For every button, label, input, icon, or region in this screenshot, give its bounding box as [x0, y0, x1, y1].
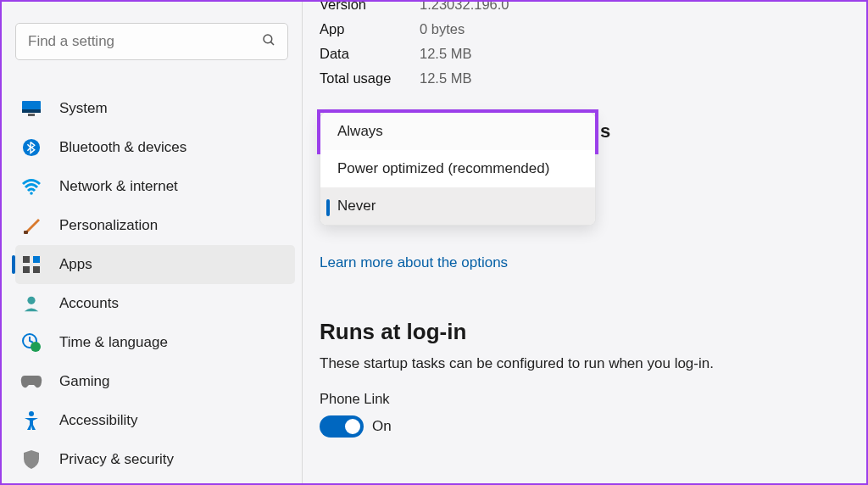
sidebar-item-network[interactable]: Network & internet [15, 167, 295, 206]
paintbrush-icon [20, 215, 42, 237]
search-input[interactable] [15, 23, 288, 60]
storage-val: 1.23032.196.0 [420, 2, 509, 13]
sidebar-item-label: Personalization [59, 217, 158, 234]
storage-val: 12.5 MB [420, 70, 471, 86]
svg-rect-11 [33, 266, 40, 273]
sidebar-item-label: Gaming [59, 373, 110, 390]
startup-task-toggle[interactable] [320, 415, 364, 438]
sidebar-item-bluetooth[interactable]: Bluetooth & devices [15, 128, 295, 167]
svg-point-6 [30, 192, 33, 195]
sidebar-item-label: Network & internet [59, 178, 178, 195]
sidebar-item-label: Time & language [59, 334, 168, 351]
sidebar-item-label: System [59, 100, 108, 117]
svg-rect-10 [23, 266, 30, 273]
sidebar-item-time-language[interactable]: Time & language [15, 323, 295, 362]
svg-point-12 [27, 297, 35, 304]
storage-key: Total usage [320, 70, 420, 86]
svg-rect-4 [28, 114, 35, 116]
dropdown-option-never[interactable]: Never [320, 187, 595, 225]
search-icon [261, 32, 276, 51]
obscured-heading-fragment: s [600, 120, 610, 142]
svg-rect-3 [22, 109, 41, 113]
sidebar-item-accessibility[interactable]: Accessibility [15, 401, 295, 440]
learn-more-link[interactable]: Learn more about the options [320, 254, 508, 271]
sidebar-item-label: Bluetooth & devices [59, 139, 186, 156]
person-icon [20, 293, 42, 315]
sidebar-item-label: Privacy & security [59, 451, 174, 468]
background-permission-dropdown: s Always Power optimized (recommended) N… [320, 112, 849, 226]
svg-rect-9 [33, 256, 40, 263]
svg-rect-8 [23, 256, 30, 263]
sidebar-item-apps[interactable]: Apps [15, 245, 295, 284]
storage-key: App [320, 21, 420, 37]
apps-icon [20, 254, 42, 276]
storage-val: 12.5 MB [420, 46, 471, 62]
svg-line-1 [270, 42, 274, 45]
dropdown-option-always[interactable]: Always [320, 113, 595, 150]
dropdown-option-power-optimized[interactable]: Power optimized (recommended) [320, 150, 595, 187]
nav-list: System Bluetooth & devices Network & int… [15, 89, 295, 479]
main-content: Version1.23032.196.0 App0 bytes Data12.5… [303, 2, 866, 483]
sidebar-item-accounts[interactable]: Accounts [15, 284, 295, 323]
storage-val: 0 bytes [420, 21, 465, 37]
storage-key: Version [320, 2, 420, 13]
toggle-state-text: On [372, 418, 392, 435]
svg-point-15 [29, 411, 34, 416]
system-icon [20, 98, 42, 120]
wifi-icon [20, 176, 42, 198]
sidebar-item-system[interactable]: System [15, 89, 295, 128]
search-box[interactable] [15, 23, 288, 60]
svg-rect-7 [24, 231, 28, 234]
svg-point-0 [264, 35, 272, 43]
sidebar-item-label: Apps [59, 256, 92, 273]
storage-key: Data [320, 46, 420, 62]
runs-at-login-desc: These startup tasks can be configured to… [320, 355, 849, 372]
startup-task-label: Phone Link [320, 391, 849, 407]
sidebar-item-privacy[interactable]: Privacy & security [15, 440, 295, 479]
dropdown-popup[interactable]: Always Power optimized (recommended) Nev… [320, 112, 596, 226]
sidebar-item-gaming[interactable]: Gaming [15, 362, 295, 401]
settings-sidebar: System Bluetooth & devices Network & int… [2, 2, 303, 483]
runs-at-login-heading: Runs at log-in [320, 319, 849, 345]
sidebar-item-personalization[interactable]: Personalization [15, 206, 295, 245]
sidebar-item-label: Accessibility [59, 412, 138, 429]
storage-table: Version1.23032.196.0 App0 bytes Data12.5… [320, 2, 849, 86]
gamepad-icon [20, 371, 42, 393]
clock-globe-icon [20, 332, 42, 354]
bluetooth-icon [20, 137, 42, 159]
sidebar-item-label: Accounts [59, 295, 119, 312]
accessibility-icon [20, 410, 42, 432]
svg-point-14 [31, 342, 41, 352]
shield-icon [20, 449, 42, 471]
